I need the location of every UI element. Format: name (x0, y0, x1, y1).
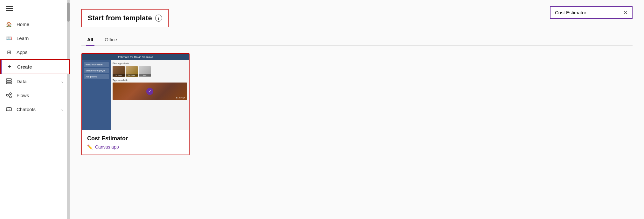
app-preview-body: Basic information Select flooring style … (82, 60, 189, 130)
template-tabs: All Office (81, 34, 633, 46)
sidebar-item-create[interactable]: + Create (0, 59, 70, 74)
section-header: Start from template i (81, 9, 169, 27)
sidebar-item-learn-label: Learn (17, 36, 29, 41)
app-preview: Estimate for David Veskovo Basic informa… (82, 54, 189, 130)
sidebar-item-data[interactable]: Data ⌄ (0, 74, 70, 88)
info-icon[interactable]: i (155, 15, 162, 22)
price-tag: $7.39/sq ft (176, 97, 185, 99)
search-input[interactable] (555, 10, 621, 15)
tab-all[interactable]: All (81, 34, 99, 45)
sidebar-item-chatbots-label: Chatbots (17, 107, 36, 112)
svg-rect-2 (6, 83, 11, 84)
app-preview-header: Estimate for David Veskovo (82, 54, 189, 60)
sidebar-flooring: Select flooring style (84, 68, 109, 73)
svg-point-5 (10, 96, 11, 98)
sidebar-item-apps-label: Apps (17, 50, 27, 55)
template-card-preview: Estimate for David Veskovo Basic informa… (82, 54, 189, 130)
checkmark-icon: ✓ (146, 88, 153, 95)
sidebar-item-chatbots[interactable]: Chatbots ⌄ (0, 102, 70, 116)
learn-icon: 📖 (6, 35, 12, 41)
svg-point-10 (10, 109, 10, 110)
svg-point-3 (6, 94, 8, 96)
template-card-info: Cost Estimator ✏️ Canvas app (82, 130, 189, 155)
sidebar-item-data-label: Data (17, 79, 27, 84)
sidebar-item-flows[interactable]: Flows (0, 88, 70, 102)
section-title: Start from template (88, 14, 152, 22)
svg-rect-0 (6, 79, 11, 80)
tab-office[interactable]: Office (99, 34, 123, 45)
flows-icon (6, 92, 12, 98)
pencil-icon: ✏️ (87, 144, 93, 149)
home-icon: 🏠 (6, 21, 12, 27)
data-icon (6, 78, 12, 84)
data-chevron-icon: ⌄ (61, 79, 64, 83)
template-card-name: Cost Estimator (87, 135, 184, 142)
sidebar-item-create-label: Create (17, 64, 32, 70)
sidebar-item-apps[interactable]: ⊞ Apps (0, 45, 70, 59)
sidebar-item-learn[interactable]: 📖 Learn (0, 31, 70, 45)
svg-rect-8 (6, 108, 11, 111)
chatbots-chevron-icon: ⌄ (61, 107, 64, 111)
sidebar-item-flows-label: Flows (17, 93, 29, 98)
template-card-type-row: ✏️ Canvas app (87, 144, 184, 149)
app-preview-content: Flooring material Hardwood Laminate Viny… (111, 60, 189, 130)
main-content: ✕ Start from template i All Office Estim… (70, 0, 644, 219)
search-box: ✕ (550, 6, 633, 19)
sidebar-basic-info: Basic information (84, 62, 109, 67)
svg-line-6 (8, 94, 10, 95)
flooring-materials-row: Hardwood Laminate Vinyl (113, 66, 187, 77)
svg-point-9 (8, 109, 8, 110)
template-card-cost-estimator[interactable]: Estimate for David Veskovo Basic informa… (81, 53, 190, 155)
sidebar: 🏠 Home 📖 Learn ⊞ Apps + Create Data ⌄ Fl… (0, 0, 70, 219)
sidebar-item-home[interactable]: 🏠 Home (0, 17, 70, 31)
svg-line-7 (8, 96, 10, 96)
template-card-type-label: Canvas app (95, 144, 119, 149)
types-available-label: Types available (113, 79, 187, 81)
search-clear-button[interactable]: ✕ (623, 10, 627, 16)
material-vinyl: Vinyl (139, 66, 151, 77)
hamburger-menu[interactable] (0, 0, 70, 17)
flooring-material-label: Flooring material (113, 62, 187, 64)
app-preview-sidebar: Basic information Select flooring style … (82, 60, 111, 130)
wood-preview: ✓ $7.39/sq ft (113, 83, 187, 100)
svg-point-4 (10, 93, 11, 95)
sidebar-item-home-label: Home (17, 22, 29, 27)
apps-icon: ⊞ (6, 49, 12, 55)
chatbots-icon (6, 106, 12, 112)
create-icon: + (6, 63, 13, 70)
material-laminate: Laminate (126, 66, 138, 77)
svg-rect-1 (6, 81, 11, 82)
sidebar-photos: Add photos (84, 74, 109, 79)
material-hardwood: Hardwood (113, 66, 125, 77)
